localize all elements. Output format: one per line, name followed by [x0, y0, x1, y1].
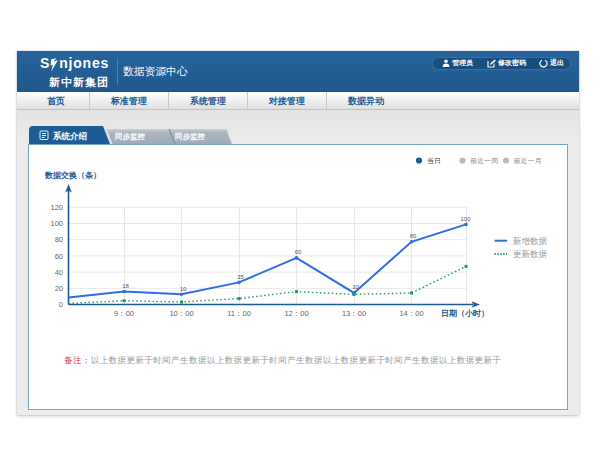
svg-text:日期（小时）: 日期（小时）	[441, 309, 489, 318]
svg-text:13：00: 13：00	[342, 309, 366, 318]
svg-text:数据交换（条）: 数据交换（条）	[44, 171, 101, 180]
svg-text:最近一月: 最近一月	[514, 157, 542, 165]
svg-text:80: 80	[55, 235, 63, 244]
svg-text:100: 100	[50, 219, 63, 228]
svg-text:最近一周: 最近一周	[470, 157, 498, 164]
svg-text:120: 120	[50, 203, 63, 212]
svg-text:18: 18	[122, 283, 129, 289]
svg-text:新增数据: 新增数据	[513, 236, 548, 246]
svg-text:60: 60	[55, 252, 63, 261]
svg-text:当日: 当日	[427, 157, 441, 165]
svg-text:备注：以上数据更新于时间产生数据以上数据更新于时间产生数据以: 备注：以上数据更新于时间产生数据以上数据更新于时间产生数据以上数据更新于时间产生…	[64, 355, 501, 365]
svg-text:100: 100	[460, 216, 471, 222]
svg-text:35: 35	[237, 274, 244, 280]
svg-text:14：00: 14：00	[399, 309, 423, 318]
svg-text:更新数据: 更新数据	[513, 249, 548, 259]
svg-text:10: 10	[180, 286, 187, 292]
svg-text:10：00: 10：00	[169, 309, 193, 318]
svg-text:9：00: 9：00	[114, 309, 134, 318]
svg-text:0: 0	[59, 300, 63, 309]
svg-text:12：00: 12：00	[284, 309, 308, 318]
svg-text:10: 10	[352, 284, 359, 290]
svg-text:11：00: 11：00	[227, 309, 251, 318]
svg-text:20: 20	[55, 284, 63, 293]
svg-text:40: 40	[55, 268, 63, 277]
svg-text:60: 60	[295, 249, 302, 255]
svg-text:80: 80	[410, 233, 417, 239]
